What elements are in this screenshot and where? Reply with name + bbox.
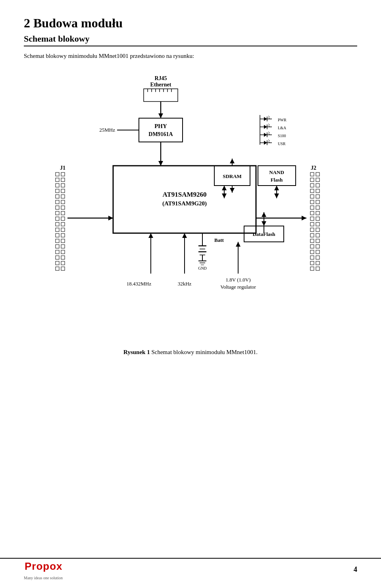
led-s100-label: S100 <box>278 134 286 138</box>
svg-rect-81 <box>310 195 314 198</box>
svg-rect-65 <box>56 256 59 259</box>
svg-rect-43 <box>56 195 59 198</box>
svg-rect-77 <box>310 184 314 187</box>
svg-rect-10 <box>139 118 183 142</box>
svg-marker-127 <box>262 212 266 217</box>
svg-marker-13 <box>264 117 267 121</box>
led-pwr-label: PWR <box>278 118 287 122</box>
svg-line-15 <box>268 116 270 117</box>
svg-rect-90 <box>316 217 319 220</box>
svg-rect-55 <box>56 228 59 232</box>
svg-rect-54 <box>61 222 65 226</box>
svg-rect-99 <box>310 245 314 248</box>
cpu-sub: (AT91SAM9G20) <box>162 200 207 207</box>
svg-rect-86 <box>316 206 319 209</box>
svg-rect-87 <box>310 211 314 215</box>
svg-line-30 <box>268 140 270 141</box>
svg-rect-97 <box>310 239 314 243</box>
svg-rect-39 <box>56 184 59 187</box>
vreg-sub: Voltage regulator <box>220 284 256 290</box>
intro-text: Schemat blokowy minimodułu MMnet1001 prz… <box>24 53 357 59</box>
svg-rect-91 <box>310 222 314 226</box>
freq-18-label: 18.432MHz <box>127 281 152 287</box>
page: 2 Budowa modułu Schemat blokowy Schemat … <box>0 0 381 588</box>
sdram-label: SDRAM <box>223 173 242 179</box>
j1-label: J1 <box>60 165 65 171</box>
svg-rect-107 <box>310 267 314 270</box>
svg-line-20 <box>268 124 270 125</box>
svg-rect-70 <box>61 267 65 270</box>
nand-label: NAND <box>269 169 284 175</box>
svg-rect-85 <box>310 206 314 209</box>
svg-marker-72 <box>108 216 113 220</box>
svg-rect-100 <box>316 245 319 248</box>
svg-rect-63 <box>56 250 59 254</box>
section-title: Schemat blokowy <box>24 34 357 46</box>
svg-marker-140 <box>148 233 153 238</box>
svg-rect-103 <box>310 256 314 259</box>
svg-rect-95 <box>310 234 314 237</box>
figure-caption-rest: Schemat blokowy minimodułu MMnet1001. <box>150 349 258 355</box>
svg-rect-79 <box>310 189 314 193</box>
chapter-title: 2 Budowa modułu <box>24 16 357 31</box>
svg-rect-68 <box>61 261 65 265</box>
svg-rect-44 <box>61 195 65 198</box>
svg-marker-23 <box>264 133 267 137</box>
svg-rect-48 <box>61 206 65 209</box>
vreg-label: 1.8V (1.0V) <box>226 277 251 283</box>
svg-marker-18 <box>264 125 267 129</box>
svg-rect-35 <box>56 172 59 176</box>
svg-rect-102 <box>316 250 319 254</box>
svg-rect-51 <box>56 217 59 220</box>
svg-rect-38 <box>61 178 65 182</box>
svg-rect-47 <box>56 206 59 209</box>
svg-rect-56 <box>61 228 65 232</box>
svg-rect-93 <box>310 228 314 232</box>
svg-rect-76 <box>316 178 319 182</box>
svg-rect-84 <box>316 200 319 204</box>
svg-rect-57 <box>56 234 59 237</box>
svg-marker-28 <box>264 141 267 145</box>
svg-rect-80 <box>316 189 319 193</box>
svg-marker-9 <box>158 113 163 118</box>
svg-rect-105 <box>310 261 314 265</box>
footer: Propox Many ideas one solution 4 <box>0 558 381 580</box>
svg-rect-92 <box>316 222 319 226</box>
svg-rect-53 <box>56 222 59 226</box>
svg-rect-62 <box>61 245 65 248</box>
svg-rect-46 <box>61 200 65 204</box>
svg-rect-88 <box>316 211 319 215</box>
svg-marker-145 <box>236 242 241 247</box>
svg-rect-37 <box>56 178 59 182</box>
svg-rect-64 <box>61 250 65 254</box>
footer-tagline: Many ideas one solution <box>24 576 63 580</box>
svg-rect-41 <box>56 189 59 193</box>
freq-25-label: 25MHz <box>99 127 115 133</box>
svg-rect-82 <box>316 195 319 198</box>
svg-text:Propox: Propox <box>25 560 63 572</box>
j2-label: J2 <box>311 165 316 171</box>
svg-rect-50 <box>61 211 65 215</box>
nand-sub: Flash <box>271 177 283 183</box>
svg-rect-94 <box>316 228 319 232</box>
svg-rect-89 <box>310 217 314 220</box>
svg-rect-58 <box>61 234 65 237</box>
svg-marker-110 <box>302 216 306 220</box>
svg-marker-114 <box>230 159 235 163</box>
svg-rect-98 <box>316 239 319 243</box>
svg-rect-42 <box>61 189 65 193</box>
led-usr-label: USR <box>278 142 286 146</box>
block-diagram: RJ45 Ethernet PHY DM9161A 25MHz <box>24 71 357 341</box>
svg-rect-75 <box>310 178 314 182</box>
svg-rect-106 <box>316 261 319 265</box>
svg-rect-36 <box>61 172 65 176</box>
svg-rect-74 <box>316 172 319 176</box>
svg-rect-73 <box>310 172 314 176</box>
figure-caption: Rysunek 1 Schemat blokowy minimodułu MMn… <box>24 349 357 356</box>
svg-marker-142 <box>182 233 187 238</box>
batt-label: Batt <box>214 237 224 243</box>
svg-rect-78 <box>316 184 319 187</box>
gnd-label: GND <box>198 266 207 270</box>
svg-rect-83 <box>310 200 314 204</box>
svg-rect-69 <box>56 267 59 270</box>
